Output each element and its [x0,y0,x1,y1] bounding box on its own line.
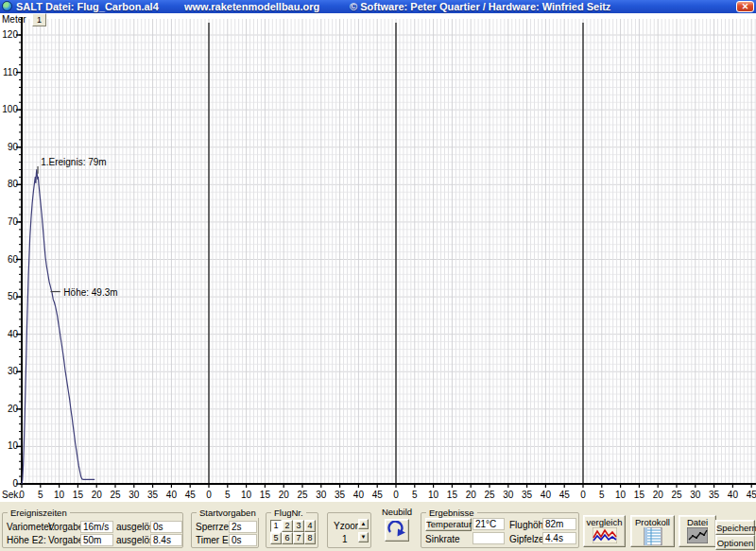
vorgabe-label-1: Vorgabe [48,522,83,532]
temperatur-field: 21°C [472,518,505,530]
timer-e2-field[interactable]: 0s [229,534,257,546]
svg-text:40: 40 [8,329,19,339]
yzoom-group: Yzoom ▲ 1 ▼ [327,512,371,548]
title-file: SALT Datei: Flug_Carbon.al4 [16,0,159,13]
svg-text:120: 120 [2,29,18,40]
optionen-button[interactable]: Optionen [715,535,755,550]
startvorgaben-caption: Startvorgaben [197,508,259,518]
ergebnisse-caption: Ergebnisse [426,508,477,518]
flughoehe-field: 82m [542,518,576,530]
svg-text:0: 0 [206,490,212,500]
svg-text:15: 15 [634,490,645,500]
neubild-button[interactable] [385,519,409,542]
flugnr-button-4[interactable]: 4 [304,520,316,532]
refresh-arrow-icon [387,521,406,538]
flugnr-button-1[interactable]: 1 [270,520,282,532]
svg-text:90: 90 [8,142,19,152]
svg-text:20: 20 [466,490,477,500]
hoehe-vorgabe-field[interactable]: 50m [80,534,113,546]
svg-text:5: 5 [599,490,605,500]
compare-chart-icon [593,527,617,543]
flight-chart-svg: 0102030405060708090100110120Sek.05101520… [0,13,756,501]
ergebnisse-group: Ergebnisse Temperatur 21°C Flughöhe 82m … [421,512,579,548]
svg-text:40: 40 [541,490,552,500]
salt-app-window: { "title_bar": { "file": "SALT Datei: Fl… [0,0,756,551]
svg-text:30: 30 [690,490,701,500]
flugnr-button-7[interactable]: 7 [293,532,304,544]
svg-text:0: 0 [580,490,586,500]
svg-text:35: 35 [709,490,720,500]
svg-text:20: 20 [279,490,290,500]
svg-text:15: 15 [260,490,271,500]
title-site: www.raketenmodellbau.org [184,0,319,13]
close-icon[interactable]: ✕ [736,1,754,12]
flugnr-button-5[interactable]: 5 [270,532,282,544]
vergleich-label: vergleich [586,517,622,527]
svg-text:Sek.: Sek. [2,490,21,500]
title-credits: © Software: Peter Quartier / Hardware: W… [350,0,610,13]
hoehe-ausgeloest-field: 8.4s [150,534,182,546]
ereigniszeiten-group: Ereigniszeiten Variometer: Vorgabe 16m/s… [2,512,183,548]
svg-text:20: 20 [653,490,664,500]
svg-text:10: 10 [54,490,65,500]
svg-text:35: 35 [335,490,346,500]
flugnr-button-3[interactable]: 3 [293,520,304,532]
svg-text:10: 10 [8,440,19,451]
svg-text:25: 25 [671,490,682,500]
svg-text:35: 35 [522,490,533,500]
svg-text:30: 30 [129,490,140,500]
speichern-button[interactable]: Speichern [715,520,755,535]
svg-text:10: 10 [428,490,439,500]
temperatur-button[interactable]: Temperatur [425,518,472,531]
yzoom-up-icon[interactable]: ▲ [358,519,369,529]
svg-text:30: 30 [503,490,514,500]
svg-text:0: 0 [19,490,25,500]
datei-label: Datei [687,517,708,527]
svg-text:45: 45 [559,490,571,500]
svg-text:Höhe: 49.3m: Höhe: 49.3m [63,287,117,298]
svg-text:1.Ereignis: 79m: 1.Ereignis: 79m [41,157,106,167]
svg-text:5: 5 [412,490,418,500]
neubild-label: Neubild [379,507,415,517]
sinkrate-field [472,532,505,544]
vergleich-button[interactable]: vergleich [583,515,626,547]
yzoom-down-icon[interactable]: ▼ [358,532,369,542]
chart-area: 0102030405060708090100110120Sek.05101520… [0,13,756,501]
protokoll-label: Protokoll [635,517,670,527]
svg-text:100: 100 [2,104,18,114]
flugnr-group: FlugNr. 1 2 3 4 5 6 7 8 [266,512,318,548]
sperrzeit-label: Sperrzeit [196,522,233,532]
svg-text:20: 20 [8,404,19,414]
y-axis-title: Meter [2,14,26,25]
svg-text:25: 25 [297,490,308,500]
globe-icon [2,1,12,11]
svg-text:80: 80 [8,179,19,189]
svg-text:10: 10 [615,490,627,500]
protokoll-button[interactable]: Protokoll [630,515,675,547]
svg-text:60: 60 [8,254,19,265]
flugnr-button-2[interactable]: 2 [282,520,293,532]
svg-text:20: 20 [92,490,103,500]
svg-text:25: 25 [110,490,121,500]
variometer-ausgeloest-field: 0s [150,521,182,533]
flugnr-button-6[interactable]: 6 [282,532,293,544]
svg-text:50: 50 [8,291,19,301]
svg-text:5: 5 [38,490,43,500]
variometer-vorgabe-field[interactable]: 16m/s [80,521,113,533]
svg-text:70: 70 [8,216,19,227]
flugnr-button-8[interactable]: 8 [304,532,316,544]
vorgabe-label-2: Vorgabe [48,535,83,545]
log-table-icon [644,527,662,545]
flight-page-button[interactable]: 1 [32,13,46,26]
svg-text:110: 110 [3,67,18,77]
sperrzeit-field[interactable]: 2s [229,521,257,533]
sinkrate-label: Sinkrate [425,534,460,544]
svg-text:45: 45 [372,490,384,500]
datei-button[interactable]: Datei [679,515,716,547]
svg-text:45: 45 [747,490,756,500]
title-bar: SALT Datei: Flug_Carbon.al4 www.raketenm… [0,0,756,13]
svg-text:10: 10 [241,490,252,500]
control-panel: Ereigniszeiten Variometer: Vorgabe 16m/s… [0,501,756,551]
chart-grid [22,19,756,484]
svg-text:40: 40 [353,490,365,500]
